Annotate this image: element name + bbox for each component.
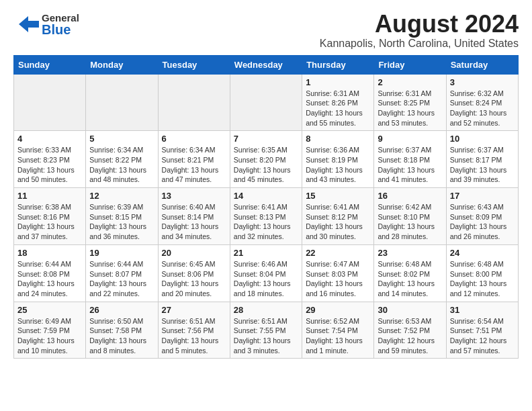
day-number: 5: [89, 134, 154, 144]
day-number: 8: [306, 134, 370, 144]
day-info: Sunrise: 6:34 AMSunset: 8:21 PMDaylight:…: [162, 145, 226, 185]
calendar-table: SundayMondayTuesdayWednesdayThursdayFrid…: [13, 55, 519, 359]
calendar-week-2: 4Sunrise: 6:33 AMSunset: 8:23 PMDaylight…: [14, 131, 519, 188]
calendar-cell: [158, 74, 230, 131]
calendar-week-1: 1Sunrise: 6:31 AMSunset: 8:26 PMDaylight…: [14, 74, 519, 131]
day-info: Sunrise: 6:52 AMSunset: 7:54 PMDaylight:…: [306, 316, 370, 356]
calendar-cell: 22Sunrise: 6:47 AMSunset: 8:03 PMDayligh…: [302, 244, 374, 302]
calendar-cell: [230, 74, 302, 131]
day-info: Sunrise: 6:50 AMSunset: 7:58 PMDaylight:…: [89, 316, 154, 356]
day-number: 6: [162, 134, 226, 144]
weekday-header-friday: Friday: [374, 55, 446, 74]
logo-general-label: General: [42, 13, 79, 23]
day-info: Sunrise: 6:34 AMSunset: 8:22 PMDaylight:…: [89, 145, 154, 185]
day-info: Sunrise: 6:45 AMSunset: 8:06 PMDaylight:…: [162, 259, 226, 299]
day-info: Sunrise: 6:33 AMSunset: 8:23 PMDaylight:…: [17, 145, 82, 185]
calendar-cell: 2Sunrise: 6:31 AMSunset: 8:25 PMDaylight…: [374, 74, 446, 131]
day-info: Sunrise: 6:32 AMSunset: 8:24 PMDaylight:…: [450, 89, 515, 128]
calendar-cell: 17Sunrise: 6:43 AMSunset: 8:09 PMDayligh…: [446, 188, 518, 245]
calendar-cell: 24Sunrise: 6:48 AMSunset: 8:00 PMDayligh…: [446, 244, 518, 302]
calendar-body: 1Sunrise: 6:31 AMSunset: 8:26 PMDaylight…: [14, 74, 519, 359]
day-info: Sunrise: 6:41 AMSunset: 8:12 PMDaylight:…: [306, 202, 370, 242]
day-number: 20: [162, 248, 226, 258]
day-info: Sunrise: 6:44 AMSunset: 8:08 PMDaylight:…: [17, 259, 82, 299]
day-number: 22: [306, 248, 370, 258]
day-info: Sunrise: 6:38 AMSunset: 8:16 PMDaylight:…: [17, 202, 82, 242]
calendar-week-3: 11Sunrise: 6:38 AMSunset: 8:16 PMDayligh…: [14, 188, 519, 245]
logo: General Blue: [13, 11, 79, 38]
weekday-header-tuesday: Tuesday: [158, 55, 230, 74]
day-info: Sunrise: 6:46 AMSunset: 8:04 PMDaylight:…: [234, 259, 298, 299]
day-info: Sunrise: 6:31 AMSunset: 8:26 PMDaylight:…: [306, 89, 370, 128]
weekday-header-monday: Monday: [86, 55, 158, 74]
calendar-cell: [14, 74, 86, 131]
day-info: Sunrise: 6:48 AMSunset: 8:02 PMDaylight:…: [378, 259, 442, 299]
calendar-cell: 26Sunrise: 6:50 AMSunset: 7:58 PMDayligh…: [86, 302, 158, 359]
day-number: 27: [162, 305, 226, 315]
day-number: 14: [234, 191, 298, 201]
calendar-cell: 28Sunrise: 6:51 AMSunset: 7:55 PMDayligh…: [230, 302, 302, 359]
calendar-cell: 27Sunrise: 6:51 AMSunset: 7:56 PMDayligh…: [158, 302, 230, 359]
calendar-cell: 10Sunrise: 6:37 AMSunset: 8:17 PMDayligh…: [446, 131, 518, 188]
day-info: Sunrise: 6:37 AMSunset: 8:18 PMDaylight:…: [378, 145, 442, 185]
day-number: 25: [17, 305, 82, 315]
day-number: 11: [17, 191, 82, 201]
calendar-cell: 9Sunrise: 6:37 AMSunset: 8:18 PMDaylight…: [374, 131, 446, 188]
title-block: August 2024 Kannapolis, North Carolina, …: [320, 11, 519, 50]
day-number: 21: [234, 248, 298, 258]
calendar-cell: 14Sunrise: 6:41 AMSunset: 8:13 PMDayligh…: [230, 188, 302, 245]
calendar-cell: 1Sunrise: 6:31 AMSunset: 8:26 PMDaylight…: [302, 74, 374, 131]
logo-blue-label: Blue: [42, 23, 79, 36]
weekday-header-sunday: Sunday: [14, 55, 86, 74]
day-number: 18: [17, 248, 82, 258]
day-number: 13: [162, 191, 226, 201]
calendar-cell: 4Sunrise: 6:33 AMSunset: 8:23 PMDaylight…: [14, 131, 86, 188]
page-subtitle: Kannapolis, North Carolina, United State…: [320, 38, 519, 50]
calendar-cell: 7Sunrise: 6:35 AMSunset: 8:20 PMDaylight…: [230, 131, 302, 188]
calendar-cell: 11Sunrise: 6:38 AMSunset: 8:16 PMDayligh…: [14, 188, 86, 245]
calendar-cell: 6Sunrise: 6:34 AMSunset: 8:21 PMDaylight…: [158, 131, 230, 188]
calendar-cell: 19Sunrise: 6:44 AMSunset: 8:07 PMDayligh…: [86, 244, 158, 302]
weekday-header-thursday: Thursday: [302, 55, 374, 74]
day-number: 10: [450, 134, 515, 144]
day-info: Sunrise: 6:39 AMSunset: 8:15 PMDaylight:…: [89, 202, 154, 242]
day-number: 12: [89, 191, 154, 201]
calendar-cell: [86, 74, 158, 131]
day-info: Sunrise: 6:51 AMSunset: 7:55 PMDaylight:…: [234, 316, 298, 356]
calendar-cell: 12Sunrise: 6:39 AMSunset: 8:15 PMDayligh…: [86, 188, 158, 245]
calendar-cell: 30Sunrise: 6:53 AMSunset: 7:52 PMDayligh…: [374, 302, 446, 359]
day-number: 29: [306, 305, 370, 315]
day-number: 1: [306, 77, 370, 87]
logo-text: General Blue: [42, 13, 79, 36]
weekday-header-wednesday: Wednesday: [230, 55, 302, 74]
day-info: Sunrise: 6:31 AMSunset: 8:25 PMDaylight:…: [378, 89, 442, 128]
day-number: 26: [89, 305, 154, 315]
page-header: General Blue August 2024 Kannapolis, Nor…: [13, 11, 519, 50]
day-info: Sunrise: 6:43 AMSunset: 8:09 PMDaylight:…: [450, 202, 515, 242]
day-number: 16: [378, 191, 442, 201]
day-info: Sunrise: 6:41 AMSunset: 8:13 PMDaylight:…: [234, 202, 298, 242]
logo-bird-icon: [13, 11, 40, 38]
day-number: 19: [89, 248, 154, 258]
calendar-cell: 25Sunrise: 6:49 AMSunset: 7:59 PMDayligh…: [14, 302, 86, 359]
day-info: Sunrise: 6:42 AMSunset: 8:10 PMDaylight:…: [378, 202, 442, 242]
day-number: 17: [450, 191, 515, 201]
day-number: 24: [450, 248, 515, 258]
day-info: Sunrise: 6:54 AMSunset: 7:51 PMDaylight:…: [450, 316, 515, 356]
day-number: 4: [17, 134, 82, 144]
calendar-cell: 5Sunrise: 6:34 AMSunset: 8:22 PMDaylight…: [86, 131, 158, 188]
weekday-header-saturday: Saturday: [446, 55, 518, 74]
weekday-row: SundayMondayTuesdayWednesdayThursdayFrid…: [14, 55, 519, 74]
calendar-week-5: 25Sunrise: 6:49 AMSunset: 7:59 PMDayligh…: [14, 302, 519, 359]
calendar-cell: 29Sunrise: 6:52 AMSunset: 7:54 PMDayligh…: [302, 302, 374, 359]
page-title: August 2024: [320, 11, 519, 38]
calendar-header: SundayMondayTuesdayWednesdayThursdayFrid…: [14, 55, 519, 74]
calendar-cell: 3Sunrise: 6:32 AMSunset: 8:24 PMDaylight…: [446, 74, 518, 131]
day-number: 7: [234, 134, 298, 144]
day-number: 15: [306, 191, 370, 201]
svg-marker-0: [19, 16, 39, 32]
day-info: Sunrise: 6:47 AMSunset: 8:03 PMDaylight:…: [306, 259, 370, 299]
day-number: 23: [378, 248, 442, 258]
calendar-cell: 20Sunrise: 6:45 AMSunset: 8:06 PMDayligh…: [158, 244, 230, 302]
calendar-cell: 23Sunrise: 6:48 AMSunset: 8:02 PMDayligh…: [374, 244, 446, 302]
